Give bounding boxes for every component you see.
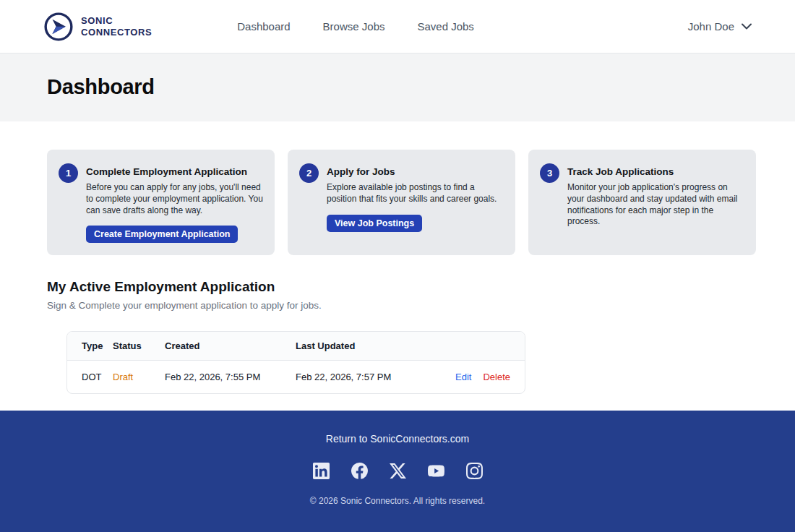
view-job-postings-button[interactable]: View Job Postings — [327, 215, 422, 232]
column-header-created: Created — [165, 332, 296, 361]
step-number-badge: 3 — [540, 163, 559, 183]
step-title: Complete Employment Application — [86, 162, 263, 177]
page-title: Dashboard — [47, 75, 748, 99]
created-timestamp: Feb 22, 2026, 7:55 PM — [165, 361, 296, 394]
step-card-1: 1 Complete Employment Application Before… — [47, 150, 275, 255]
brand-name: SONIC CONNECTORS — [81, 15, 152, 38]
nav-item-browse-jobs[interactable]: Browse Jobs — [323, 20, 385, 33]
table-row: DOT Draft Feb 22, 2026, 7:55 PM Feb 22, … — [67, 361, 525, 394]
user-name: John Doe — [688, 20, 734, 33]
sonic-connectors-logo-icon — [43, 12, 74, 42]
brand-logo-link[interactable]: SONIC CONNECTORS — [43, 12, 152, 42]
step-card-2: 2 Apply for Jobs Explore available job p… — [288, 150, 515, 255]
column-header-actions — [445, 332, 525, 361]
create-employment-application-button[interactable]: Create Employment Application — [86, 226, 238, 243]
step-card-3: 3 Track Job Applications Monitor your jo… — [528, 150, 756, 255]
chevron-down-icon — [742, 23, 752, 30]
edit-link[interactable]: Edit — [455, 372, 471, 382]
top-navbar: SONIC CONNECTORS Dashboard Browse Jobs S… — [0, 0, 795, 53]
onboarding-steps: 1 Complete Employment Application Before… — [47, 150, 756, 255]
instagram-icon[interactable] — [466, 463, 483, 479]
column-header-last-updated: Last Updated — [296, 332, 445, 361]
copyright-text: © 2026 Sonic Connectors. All rights rese… — [310, 496, 485, 506]
step-description: Monitor your job application's progress … — [567, 182, 744, 228]
linkedin-icon[interactable] — [313, 463, 330, 479]
step-number-badge: 2 — [299, 163, 319, 183]
social-links — [313, 463, 483, 479]
step-description: Before you can apply for any jobs, you'l… — [86, 182, 263, 216]
step-number-badge: 1 — [59, 163, 78, 183]
step-title: Apply for Jobs — [327, 162, 504, 177]
section-subtitle: Sign & Complete your employment applicat… — [47, 300, 756, 311]
user-menu[interactable]: John Doe — [688, 20, 752, 33]
x-twitter-icon[interactable] — [390, 463, 406, 479]
return-to-site-link[interactable]: Return to SonicConnectors.com — [326, 433, 469, 445]
delete-link[interactable]: Delete — [483, 372, 510, 382]
facebook-icon[interactable] — [351, 463, 368, 479]
step-title: Track Job Applications — [567, 162, 744, 177]
step-description: Explore available job postings to find a… — [327, 182, 504, 205]
application-type: DOT — [67, 361, 113, 394]
table-header-row: Type Status Created Last Updated — [67, 332, 525, 361]
last-updated-timestamp: Feb 22, 2026, 7:57 PM — [296, 361, 445, 394]
nav-item-saved-jobs[interactable]: Saved Jobs — [417, 20, 473, 33]
section-title: My Active Employment Application — [47, 279, 756, 295]
active-application-section: My Active Employment Application Sign & … — [47, 279, 756, 394]
page-header: Dashboard — [0, 53, 795, 121]
main-nav: Dashboard Browse Jobs Saved Jobs — [237, 20, 474, 33]
column-header-status: Status — [113, 332, 165, 361]
applications-table: Type Status Created Last Updated DOT Dra… — [66, 331, 525, 394]
column-header-type: Type — [67, 332, 113, 361]
page-footer: Return to SonicConnectors.com © 2026 Son… — [0, 411, 795, 532]
main-content: 1 Complete Employment Application Before… — [0, 121, 795, 411]
youtube-icon[interactable] — [428, 463, 444, 479]
status-badge: Draft — [113, 372, 133, 382]
nav-item-dashboard[interactable]: Dashboard — [237, 20, 290, 33]
